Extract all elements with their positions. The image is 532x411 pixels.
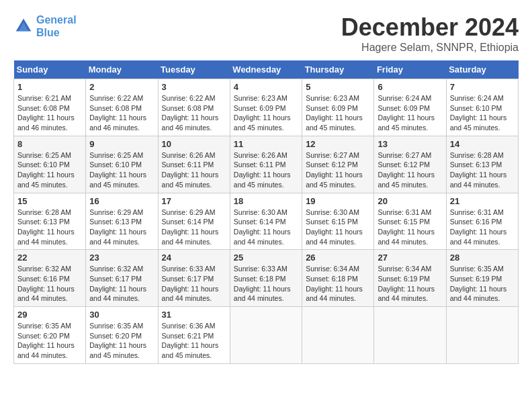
calendar-cell: 5 Sunrise: 6:23 AMSunset: 6:09 PMDayligh… — [302, 79, 374, 136]
day-number: 25 — [234, 253, 298, 263]
calendar-cell: 12 Sunrise: 6:27 AMSunset: 6:12 PMDaylig… — [302, 136, 374, 193]
day-info: Sunrise: 6:29 AMSunset: 6:14 PMDaylight:… — [162, 208, 226, 247]
day-info: Sunrise: 6:34 AMSunset: 6:18 PMDaylight:… — [306, 264, 370, 304]
weekday-header-monday: Monday — [86, 60, 158, 79]
day-info: Sunrise: 6:33 AMSunset: 6:17 PMDaylight:… — [162, 264, 226, 304]
location: Hagere Selam, SNNPR, Ethiopia — [341, 42, 519, 54]
calendar-cell — [446, 307, 518, 364]
calendar-cell: 8 Sunrise: 6:25 AMSunset: 6:10 PMDayligh… — [14, 136, 86, 193]
day-number: 13 — [378, 139, 442, 149]
day-number: 1 — [17, 82, 82, 92]
calendar-cell: 23 Sunrise: 6:32 AMSunset: 6:17 PMDaylig… — [86, 250, 158, 307]
day-info: Sunrise: 6:24 AMSunset: 6:09 PMDaylight:… — [378, 93, 442, 133]
day-number: 31 — [162, 310, 226, 320]
calendar-cell: 31 Sunrise: 6:36 AMSunset: 6:21 PMDaylig… — [158, 307, 230, 364]
calendar-cell: 20 Sunrise: 6:31 AMSunset: 6:15 PMDaylig… — [374, 193, 446, 250]
day-info: Sunrise: 6:21 AMSunset: 6:08 PMDaylight:… — [17, 93, 82, 133]
day-number: 11 — [234, 139, 298, 149]
day-info: Sunrise: 6:25 AMSunset: 6:10 PMDaylight:… — [89, 150, 154, 190]
day-number: 6 — [378, 82, 442, 92]
day-number: 18 — [234, 196, 298, 206]
calendar-cell: 4 Sunrise: 6:23 AMSunset: 6:09 PMDayligh… — [230, 79, 302, 136]
calendar-week-row: 29 Sunrise: 6:35 AMSunset: 6:20 PMDaylig… — [14, 307, 519, 364]
day-info: Sunrise: 6:23 AMSunset: 6:09 PMDaylight:… — [234, 93, 298, 133]
calendar-cell: 1 Sunrise: 6:21 AMSunset: 6:08 PMDayligh… — [14, 79, 86, 136]
day-number: 19 — [306, 196, 370, 206]
day-number: 16 — [89, 196, 154, 206]
calendar-cell — [374, 307, 446, 364]
calendar-week-row: 15 Sunrise: 6:28 AMSunset: 6:13 PMDaylig… — [14, 193, 519, 250]
calendar-cell: 18 Sunrise: 6:30 AMSunset: 6:14 PMDaylig… — [230, 193, 302, 250]
calendar-cell: 7 Sunrise: 6:24 AMSunset: 6:10 PMDayligh… — [446, 79, 518, 136]
day-number: 7 — [450, 82, 515, 92]
day-info: Sunrise: 6:32 AMSunset: 6:17 PMDaylight:… — [89, 264, 154, 304]
logo-text: General Blue — [36, 13, 77, 39]
calendar-cell: 22 Sunrise: 6:32 AMSunset: 6:16 PMDaylig… — [14, 250, 86, 307]
day-info: Sunrise: 6:25 AMSunset: 6:10 PMDaylight:… — [17, 150, 82, 190]
day-number: 28 — [450, 253, 515, 263]
day-number: 9 — [89, 139, 154, 149]
weekday-header-thursday: Thursday — [302, 60, 374, 79]
day-number: 20 — [378, 196, 442, 206]
logo: General Blue — [13, 13, 77, 39]
day-info: Sunrise: 6:27 AMSunset: 6:12 PMDaylight:… — [306, 150, 370, 190]
day-info: Sunrise: 6:27 AMSunset: 6:12 PMDaylight:… — [378, 150, 442, 190]
day-info: Sunrise: 6:22 AMSunset: 6:08 PMDaylight:… — [162, 93, 226, 133]
day-number: 27 — [378, 253, 442, 263]
day-number: 22 — [17, 253, 82, 263]
calendar-cell: 14 Sunrise: 6:28 AMSunset: 6:13 PMDaylig… — [446, 136, 518, 193]
day-number: 30 — [89, 310, 154, 320]
day-info: Sunrise: 6:32 AMSunset: 6:16 PMDaylight:… — [17, 264, 82, 304]
calendar-cell — [230, 307, 302, 364]
day-info: Sunrise: 6:31 AMSunset: 6:15 PMDaylight:… — [378, 208, 442, 247]
day-info: Sunrise: 6:35 AMSunset: 6:20 PMDaylight:… — [17, 321, 82, 361]
day-info: Sunrise: 6:31 AMSunset: 6:16 PMDaylight:… — [450, 208, 515, 247]
day-info: Sunrise: 6:30 AMSunset: 6:15 PMDaylight:… — [306, 208, 370, 247]
title-block: December 2024 Hagere Selam, SNNPR, Ethio… — [341, 13, 519, 54]
calendar-cell: 13 Sunrise: 6:27 AMSunset: 6:12 PMDaylig… — [374, 136, 446, 193]
day-info: Sunrise: 6:33 AMSunset: 6:18 PMDaylight:… — [234, 264, 298, 304]
calendar-cell: 9 Sunrise: 6:25 AMSunset: 6:10 PMDayligh… — [86, 136, 158, 193]
page-header: General Blue December 2024 Hagere Selam,… — [13, 13, 519, 54]
calendar-cell: 28 Sunrise: 6:35 AMSunset: 6:19 PMDaylig… — [446, 250, 518, 307]
weekday-header-row: SundayMondayTuesdayWednesdayThursdayFrid… — [14, 60, 519, 79]
day-info: Sunrise: 6:26 AMSunset: 6:11 PMDaylight:… — [234, 150, 298, 190]
logo-line1: General — [36, 14, 77, 26]
day-info: Sunrise: 6:35 AMSunset: 6:19 PMDaylight:… — [450, 264, 515, 304]
day-info: Sunrise: 6:29 AMSunset: 6:13 PMDaylight:… — [89, 208, 154, 247]
day-number: 3 — [162, 82, 226, 92]
calendar-cell: 30 Sunrise: 6:35 AMSunset: 6:20 PMDaylig… — [86, 307, 158, 364]
calendar-cell: 16 Sunrise: 6:29 AMSunset: 6:13 PMDaylig… — [86, 193, 158, 250]
logo-icon — [13, 16, 34, 36]
day-info: Sunrise: 6:28 AMSunset: 6:13 PMDaylight:… — [450, 150, 515, 190]
day-number: 14 — [450, 139, 515, 149]
calendar-cell: 3 Sunrise: 6:22 AMSunset: 6:08 PMDayligh… — [158, 79, 230, 136]
calendar-cell: 11 Sunrise: 6:26 AMSunset: 6:11 PMDaylig… — [230, 136, 302, 193]
day-number: 4 — [234, 82, 298, 92]
day-info: Sunrise: 6:34 AMSunset: 6:19 PMDaylight:… — [378, 264, 442, 304]
weekday-header-saturday: Saturday — [446, 60, 518, 79]
calendar-cell: 2 Sunrise: 6:22 AMSunset: 6:08 PMDayligh… — [86, 79, 158, 136]
calendar-cell: 19 Sunrise: 6:30 AMSunset: 6:15 PMDaylig… — [302, 193, 374, 250]
calendar-week-row: 8 Sunrise: 6:25 AMSunset: 6:10 PMDayligh… — [14, 136, 519, 193]
weekday-header-friday: Friday — [374, 60, 446, 79]
day-info: Sunrise: 6:28 AMSunset: 6:13 PMDaylight:… — [17, 208, 82, 247]
day-number: 10 — [162, 139, 226, 149]
calendar-week-row: 22 Sunrise: 6:32 AMSunset: 6:16 PMDaylig… — [14, 250, 519, 307]
day-number: 26 — [306, 253, 370, 263]
day-number: 5 — [306, 82, 370, 92]
day-number: 29 — [17, 310, 82, 320]
weekday-header-sunday: Sunday — [14, 60, 86, 79]
day-number: 15 — [17, 196, 82, 206]
weekday-header-wednesday: Wednesday — [230, 60, 302, 79]
calendar-cell: 24 Sunrise: 6:33 AMSunset: 6:17 PMDaylig… — [158, 250, 230, 307]
calendar-cell: 25 Sunrise: 6:33 AMSunset: 6:18 PMDaylig… — [230, 250, 302, 307]
calendar-cell: 26 Sunrise: 6:34 AMSunset: 6:18 PMDaylig… — [302, 250, 374, 307]
calendar-cell: 17 Sunrise: 6:29 AMSunset: 6:14 PMDaylig… — [158, 193, 230, 250]
weekday-header-tuesday: Tuesday — [158, 60, 230, 79]
calendar-cell: 10 Sunrise: 6:26 AMSunset: 6:11 PMDaylig… — [158, 136, 230, 193]
day-number: 24 — [162, 253, 226, 263]
calendar-cell: 21 Sunrise: 6:31 AMSunset: 6:16 PMDaylig… — [446, 193, 518, 250]
day-info: Sunrise: 6:24 AMSunset: 6:10 PMDaylight:… — [450, 93, 515, 133]
day-number: 8 — [17, 139, 82, 149]
